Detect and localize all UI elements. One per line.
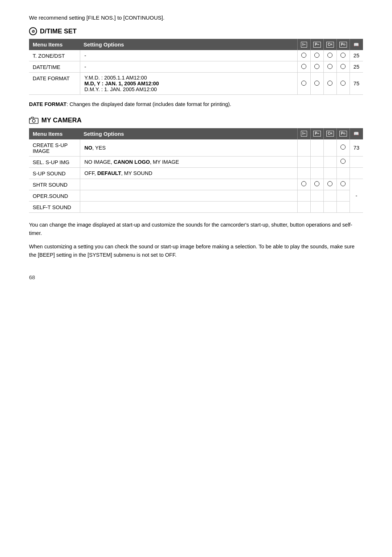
mode-icon-5: 📖: [350, 39, 363, 50]
bottom-note-2: When customizing a setting you can check…: [29, 243, 363, 259]
circle-createsup-1: [297, 139, 310, 156]
menu-item-selftsound: SELF-T SOUND: [29, 201, 80, 212]
mycamera-table: Menu Items Setting Options I∞ P∞ CR PG 📖: [29, 128, 363, 213]
icon-cam-rec: I∞: [301, 42, 307, 48]
circle-createsup-3: [323, 139, 336, 156]
page-supsound: [350, 167, 363, 179]
circle-opersound-1: [297, 190, 310, 201]
setting-selsupimg: NO IMAGE, CANON LOGO, MY IMAGE: [80, 156, 297, 167]
col-setting-header-1: Setting Options: [80, 39, 297, 50]
circle-dateformat-3: [323, 73, 336, 95]
circle-selsupimg-2: [310, 156, 323, 167]
icon-play-rec-2: P∞: [313, 131, 320, 137]
camera-icon: [29, 117, 38, 125]
circle-tzone-1: [297, 50, 310, 61]
mode-icon-1: I∞: [297, 39, 310, 50]
page-datetime: 25: [350, 61, 363, 73]
table-row: DATE FORMAT Y.M.D. : 2005.1.1 AM12:00 M.…: [29, 73, 363, 95]
circle-selsupimg-4: [336, 156, 350, 167]
mode-icon-play-2: P∞: [310, 128, 323, 139]
circle-supsound-3: [323, 167, 336, 179]
menu-item-createsup: CREATE S-UPIMAGE: [29, 139, 80, 156]
dtime-table: Menu Items Setting Options I∞ P∞ CR PG 📖: [29, 39, 363, 95]
icon-play-rec: P∞: [313, 42, 320, 48]
circle-opersound-4: [336, 190, 350, 201]
menu-item-dateformat: DATE FORMAT: [29, 73, 80, 95]
col-menu-header-2: Menu Items: [29, 128, 80, 139]
circle-selsupimg-1: [297, 156, 310, 167]
setting-shtrsound: [80, 179, 297, 190]
page-dateformat: 75: [350, 73, 363, 95]
circle-supsound-1: [297, 167, 310, 179]
circle-selftsound-2: [310, 201, 323, 212]
menu-item-supsound: S-UP SOUND: [29, 167, 80, 179]
dtime-title: D/TIME SET: [40, 28, 77, 35]
setting-dateformat: Y.M.D. : 2005.1.1 AM12:00 M.D, Y : JAN. …: [80, 73, 297, 95]
circle-opersound-3: [323, 190, 336, 201]
circle-selftsound-1: [297, 201, 310, 212]
circle-selsupimg-3: [323, 156, 336, 167]
mode-icon-4: PG: [336, 39, 350, 50]
circle-supsound-4: [336, 167, 350, 179]
circle-tzone-4: [336, 50, 350, 61]
mode-icon-cam-2: I∞: [297, 128, 310, 139]
svg-rect-0: [29, 118, 38, 123]
dtime-icon: ⊘: [29, 27, 37, 35]
icon-cam-rec-2: I∞: [301, 131, 307, 137]
table-row: CREATE S-UPIMAGE NO, YES 73: [29, 139, 363, 156]
setting-tzone: -: [80, 50, 297, 61]
circle-dateformat-2: [310, 73, 323, 95]
menu-item-datetime: DATE/TIME: [29, 61, 80, 73]
bottom-note-1: You can change the image displayed at st…: [29, 221, 363, 237]
setting-createsup: NO, YES: [80, 139, 297, 156]
circle-createsup-4: [336, 139, 350, 156]
mode-icon-pg-2: PG: [336, 128, 350, 139]
svg-point-1: [32, 119, 35, 122]
circle-selftsound-3: [323, 201, 336, 212]
menu-item-tzone: T. ZONE/DST: [29, 50, 80, 61]
icon-cr-2: CR: [326, 131, 334, 137]
dtime-heading: ⊘ D/TIME SET: [29, 27, 363, 35]
table-row: OPER.SOUND: [29, 190, 363, 201]
icon-pg: PG: [339, 42, 347, 48]
circle-selftsound-4: [336, 201, 350, 212]
dtime-section: ⊘ D/TIME SET Menu Items Setting Options …: [29, 27, 363, 109]
table-row: SELF-T SOUND: [29, 201, 363, 212]
circle-tzone-3: [323, 50, 336, 61]
mycamera-section: MY CAMERA Menu Items Setting Options I∞ …: [29, 117, 363, 213]
dateformat-note: DATE FORMAT: Changes the displayed date …: [29, 101, 363, 109]
mode-icon-cr-2: CR: [323, 128, 336, 139]
icon-cr: CR: [326, 42, 334, 48]
menu-item-opersound: OPER.SOUND: [29, 190, 80, 201]
mode-icon-2: P∞: [310, 39, 323, 50]
col-setting-header-2: Setting Options: [80, 128, 297, 139]
circle-supsound-2: [310, 167, 323, 179]
table-row: DATE/TIME - 25: [29, 61, 363, 73]
circle-datetime-3: [323, 61, 336, 73]
mode-icon-book-2: 📖: [350, 128, 363, 139]
table-row: SEL. S-UP IMG NO IMAGE, CANON LOGO, MY I…: [29, 156, 363, 167]
circle-datetime-2: [310, 61, 323, 73]
circle-opersound-2: [310, 190, 323, 201]
mycamera-heading: MY CAMERA: [29, 117, 363, 125]
table-row: T. ZONE/DST - 25: [29, 50, 363, 61]
setting-opersound: [80, 190, 297, 201]
circle-dateformat-1: [297, 73, 310, 95]
table-row: SHTR SOUND -: [29, 179, 363, 190]
menu-item-selsupimg: SEL. S-UP IMG: [29, 156, 80, 167]
intro-text: We recommend setting [FILE NOS.] to [CON…: [29, 15, 363, 21]
svg-point-3: [30, 119, 30, 119]
menu-item-shtrsound: SHTR SOUND: [29, 179, 80, 190]
page-selsupimg: [350, 156, 363, 167]
mode-icon-3: CR: [323, 39, 336, 50]
setting-datetime: -: [80, 61, 297, 73]
table-row: S-UP SOUND OFF, DEFAULT, MY SOUND: [29, 167, 363, 179]
circle-dateformat-4: [336, 73, 350, 95]
col-menu-header-1: Menu Items: [29, 39, 80, 50]
mycamera-title: MY CAMERA: [41, 117, 82, 124]
page-createsup: 73: [350, 139, 363, 156]
setting-selftsound: [80, 201, 297, 212]
circle-shtrsound-1: [297, 179, 310, 190]
svg-rect-2: [32, 117, 34, 118]
circle-tzone-2: [310, 50, 323, 61]
